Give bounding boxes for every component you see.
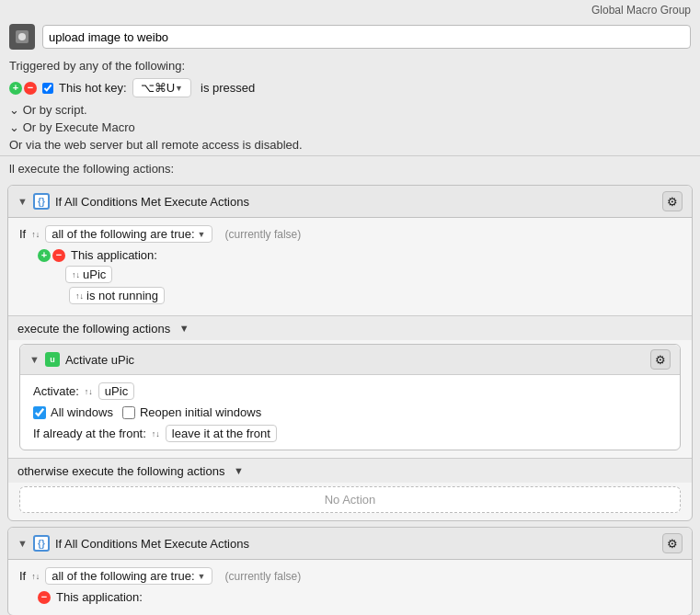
remove-condition-button-2[interactable]: − — [38, 591, 51, 604]
reopen-initial-label: Reopen initial windows — [140, 405, 261, 419]
leave-at-front-select[interactable]: leave it at the front — [166, 425, 277, 442]
this-application-label: This application: — [71, 248, 157, 262]
otherwise-dropdown[interactable]: ▼ — [230, 462, 247, 479]
condition-body-1: If ↑↓ all of the following are true: ▼ (… — [8, 218, 692, 315]
add-hotkey-button[interactable]: + — [9, 82, 22, 95]
condition-collapse-chevron-2[interactable]: ▼ — [17, 538, 28, 549]
condition-collapse-chevron[interactable]: ▼ — [17, 196, 28, 207]
app-status-row: ↑↓ is not running — [19, 287, 681, 304]
if-chevron-1[interactable]: ↑↓ — [31, 230, 40, 239]
condition-gear-button-2[interactable]: ⚙ — [662, 533, 683, 553]
is-pressed-label: is pressed — [201, 81, 255, 95]
not-running-select[interactable]: ↑↓ is not running — [69, 287, 165, 304]
otherwise-label: otherwise execute the following actions — [17, 464, 224, 478]
reopen-initial-checkbox[interactable] — [122, 406, 135, 419]
already-front-label: If already at the front: — [33, 427, 146, 440]
add-condition-button[interactable]: + — [38, 249, 51, 262]
app-name-select[interactable]: ↑↓ uPic — [65, 266, 112, 283]
condition-block-1: ▼ {} If All Conditions Met Execute Actio… — [7, 185, 693, 521]
activate-label: Activate: — [33, 384, 79, 398]
condition-gear-button-1[interactable]: ⚙ — [662, 191, 683, 211]
will-execute-label: ll execute the following actions: — [0, 156, 700, 179]
activate-body: Activate: ↑↓ uPic All windows Reopen ini… — [20, 375, 680, 450]
app-name-row: ↑↓ uPic — [19, 266, 681, 283]
activate-gear-button[interactable]: ⚙ — [650, 349, 671, 370]
this-application-label-2: This application: — [56, 590, 143, 604]
all-windows-checkbox-item: All windows — [33, 405, 113, 419]
no-action-label: No Action — [325, 493, 376, 507]
hotkey-row: + − This hot key: ⌥⌘U ▼ is pressed — [0, 74, 700, 101]
execute-actions-label: execute the following actions — [17, 322, 170, 336]
condition-header-1: ▼ {} If All Conditions Met Execute Actio… — [8, 186, 692, 218]
macro-icon — [9, 24, 35, 50]
all-of-select-1[interactable]: all of the following are true: ▼ — [45, 225, 212, 243]
activate-title: Activate uPic — [65, 353, 134, 367]
condition-body-2: If ↑↓ all of the following are true: ▼ (… — [8, 560, 692, 615]
condition-header-2: ▼ {} If All Conditions Met Execute Actio… — [8, 528, 692, 560]
remove-hotkey-button[interactable]: − — [24, 82, 37, 95]
upic-app-icon: u — [45, 352, 60, 367]
activate-chevron[interactable]: ↑↓ — [85, 387, 93, 396]
remove-condition-button[interactable]: − — [52, 249, 65, 262]
hotkey-checkbox[interactable] — [42, 83, 53, 94]
macro-title-input[interactable] — [42, 25, 691, 49]
global-macro-group-label: Global Macro Group — [591, 4, 691, 17]
condition-curly-icon: {} — [33, 193, 50, 210]
activate-header: ▼ u Activate uPic ⚙ — [20, 345, 680, 375]
or-execute-macro-row: ⌄ Or by Execute Macro — [0, 119, 700, 136]
execute-dropdown[interactable]: ▼ — [176, 320, 192, 336]
hotkey-label: This hot key: — [59, 81, 127, 95]
activate-upic-block: ▼ u Activate uPic ⚙ Activate: ↑↓ uPic Al… — [19, 344, 681, 450]
execute-actions-row: execute the following actions ▼ — [8, 315, 692, 340]
no-action-block: No Action — [19, 486, 681, 513]
web-server-note: Or via the web server but all remote acc… — [0, 136, 700, 156]
activate-collapse-chevron[interactable]: ▼ — [29, 354, 40, 365]
otherwise-row: otherwise execute the following actions … — [8, 458, 692, 483]
hotkey-key-display[interactable]: ⌥⌘U ▼ — [132, 78, 191, 97]
all-of-select-2[interactable]: all of the following are true: ▼ — [45, 567, 212, 585]
already-front-chevron[interactable]: ↑↓ — [152, 429, 160, 438]
if-label-2: If — [19, 569, 26, 583]
activate-app-select[interactable]: uPic — [98, 382, 134, 400]
svg-point-1 — [18, 33, 26, 40]
or-by-script-row: ⌄ Or by script. — [0, 101, 700, 119]
macro-title-row — [0, 18, 700, 55]
condition-title-1: If All Conditions Met Execute Actions — [55, 195, 249, 209]
currently-false-1: (currently false) — [225, 228, 302, 241]
currently-false-2: (currently false) — [225, 570, 302, 583]
triggered-label: Triggered by any of the following: — [0, 55, 700, 74]
if-chevron-2[interactable]: ↑↓ — [31, 572, 40, 581]
app-condition-row-2: − This application: — [19, 590, 681, 604]
all-windows-label: All windows — [51, 405, 113, 419]
reopen-initial-checkbox-item: Reopen initial windows — [122, 405, 261, 419]
all-windows-checkbox[interactable] — [33, 406, 46, 419]
app-condition-row: + − This application: — [19, 248, 681, 262]
condition-curly-icon-2: {} — [33, 535, 50, 552]
condition-title-2: If All Conditions Met Execute Actions — [55, 537, 249, 551]
condition-block-2: ▼ {} If All Conditions Met Execute Actio… — [7, 527, 693, 615]
already-front-row: If already at the front: ↑↓ leave it at … — [33, 425, 667, 442]
if-label-1: If — [19, 227, 26, 241]
